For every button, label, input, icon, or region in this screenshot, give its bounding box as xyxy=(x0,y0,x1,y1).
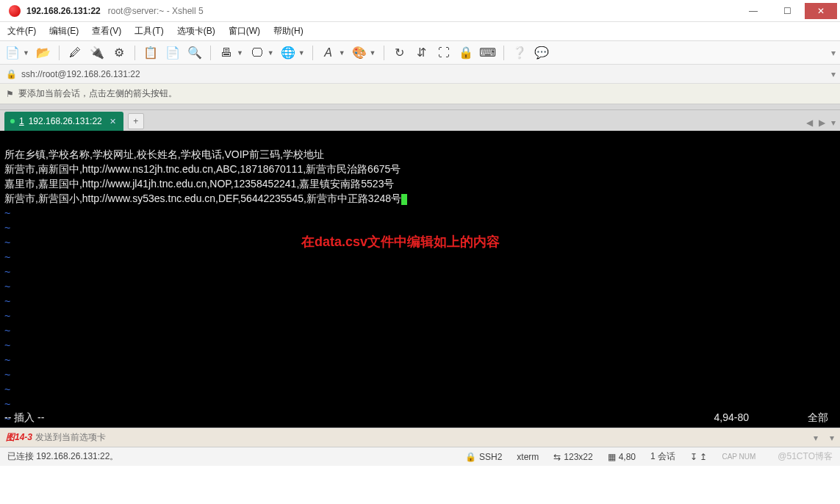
send-overflow-icon[interactable]: ▾ xyxy=(830,433,834,443)
keyboard-icon[interactable]: ⌨ xyxy=(480,45,496,61)
find-icon[interactable]: 🔍 xyxy=(187,45,203,61)
status-connection: 已连接 192.168.26.131:22。 xyxy=(7,450,118,463)
reconnect-icon[interactable]: 🖉 xyxy=(67,45,83,61)
status-protocol: 🔒SSH2 xyxy=(465,452,502,462)
status-sessions: 1 会话 xyxy=(650,450,675,463)
vim-tilde: ~ xyxy=(4,281,10,292)
status-bar: 已连接 192.168.26.131:22。 🔒SSH2 xterm ⇆123x… xyxy=(0,447,840,466)
paste-icon[interactable]: 📄 xyxy=(165,45,181,61)
annotation-text: 在data.csv文件中编辑如上的内容 xyxy=(301,235,500,249)
dropdown-icon[interactable]: ▼ xyxy=(298,49,305,57)
vim-tilde: ~ xyxy=(4,310,10,322)
dropdown-icon[interactable]: ▼ xyxy=(23,49,29,57)
status-term: xterm xyxy=(517,452,539,462)
refresh-icon[interactable]: ↻ xyxy=(392,45,408,61)
screen-icon[interactable]: 🖵 xyxy=(249,45,265,61)
size-icon: ⇆ xyxy=(553,452,561,462)
print-icon[interactable]: 🖶 xyxy=(218,45,234,61)
tab-list-icon[interactable]: ▾ xyxy=(831,118,836,128)
figure-label: 图14-3 xyxy=(6,431,32,444)
dropdown-icon[interactable]: ▼ xyxy=(268,49,274,57)
lock-icon[interactable]: 🔒 xyxy=(458,45,474,61)
vim-tilde: ~ xyxy=(4,369,10,381)
transfer-icon[interactable]: ⇵ xyxy=(414,45,430,61)
vim-tilde: ~ xyxy=(4,339,10,351)
status-size: ⇆123x22 xyxy=(553,452,592,462)
grid-icon: ▦ xyxy=(608,452,616,462)
vim-tilde: ~ xyxy=(4,237,10,248)
menu-file[interactable]: 文件(F) xyxy=(6,24,37,39)
menu-help[interactable]: 帮助(H) xyxy=(272,24,305,39)
status-updown-icon[interactable]: ↧ ↥ xyxy=(690,452,707,462)
url-text[interactable]: ssh://root@192.168.26.131:22 xyxy=(21,69,140,79)
tab-strip: 1 192.168.26.131:22 ✕ + ◀ ▶ ▾ xyxy=(0,110,840,131)
tab-number: 1 xyxy=(19,116,24,126)
dropdown-icon[interactable]: ▼ xyxy=(339,49,345,57)
flag-icon: ⚑ xyxy=(6,89,14,99)
session-tab[interactable]: 1 192.168.26.131:22 ✕ xyxy=(4,112,123,131)
menu-tabs[interactable]: 选项卡(B) xyxy=(176,24,217,39)
chat-icon[interactable]: 💬 xyxy=(534,45,550,61)
globe-icon[interactable]: 🌐 xyxy=(280,45,296,61)
status-caps: CAP NUM xyxy=(722,453,755,461)
maximize-button[interactable]: ☐ xyxy=(771,3,803,19)
vim-extent: 全部 xyxy=(808,411,828,425)
tab-label: 192.168.26.131:22 xyxy=(29,116,102,126)
terminal-line: 新营市,南新国中,http://www.ns12jh.tnc.edu.cn,AB… xyxy=(4,163,401,175)
font-icon[interactable]: A xyxy=(320,45,337,61)
menu-view[interactable]: 查看(V) xyxy=(90,24,123,39)
tab-nav: ◀ ▶ ▾ xyxy=(806,118,836,128)
disconnect-icon[interactable]: 🔌 xyxy=(89,45,105,61)
ssh-lock-icon: 🔒 xyxy=(6,69,17,79)
tab-prev-icon[interactable]: ◀ xyxy=(806,118,813,128)
vim-tilde: ~ xyxy=(4,251,10,263)
menu-tools[interactable]: 工具(T) xyxy=(133,24,165,39)
menu-edit[interactable]: 编辑(E) xyxy=(48,24,80,39)
vim-position: 4,94-80 xyxy=(714,411,749,425)
menu-window[interactable]: 窗口(W) xyxy=(227,24,262,39)
separator xyxy=(210,46,211,60)
hint-bar: ⚑ 要添加当前会话，点击左侧的箭头按钮。 xyxy=(0,84,840,104)
minimize-button[interactable]: — xyxy=(737,3,769,19)
tab-next-icon[interactable]: ▶ xyxy=(819,118,825,128)
fullscreen-icon[interactable]: ⛶ xyxy=(436,45,452,61)
close-button[interactable]: ✕ xyxy=(805,3,837,19)
vim-tilde: ~ xyxy=(4,325,10,336)
ssh-icon: 🔒 xyxy=(465,452,476,462)
send-placeholder[interactable]: 发送到当前选项卡 xyxy=(35,431,106,444)
vim-mode: -- 插入 -- xyxy=(4,411,44,425)
help-icon[interactable]: ❔ xyxy=(511,45,528,61)
separator xyxy=(59,46,60,60)
tab-close-icon[interactable]: ✕ xyxy=(110,117,116,126)
app-icon xyxy=(9,5,21,17)
toolbar-overflow-icon[interactable]: ▾ xyxy=(831,48,836,58)
separator xyxy=(134,46,135,60)
watermark: @51CTO博客 xyxy=(778,450,833,463)
title-bar: 192.168.26.131:22 root@server:~ - Xshell… xyxy=(0,0,840,22)
dropdown-icon[interactable]: ▼ xyxy=(237,49,243,57)
properties-icon[interactable]: ⚙ xyxy=(111,45,127,61)
new-session-icon[interactable]: 📄 xyxy=(4,45,21,61)
send-bar: 图14-3 发送到当前选项卡 ▾ ▾ xyxy=(0,428,840,447)
separator xyxy=(503,46,504,60)
terminal-line: 嘉里市,嘉里国中,http://www.jl41jh.tnc.edu.cn,NO… xyxy=(4,178,394,190)
vim-tilde: ~ xyxy=(4,222,10,234)
dropdown-icon[interactable]: ▼ xyxy=(370,49,376,57)
add-tab-button[interactable]: + xyxy=(128,113,144,129)
hint-text: 要添加当前会话，点击左侧的箭头按钮。 xyxy=(18,87,177,100)
window-controls: — ☐ ✕ xyxy=(736,3,837,19)
send-dropdown-icon[interactable]: ▾ xyxy=(814,433,818,443)
separator xyxy=(384,46,384,60)
terminal[interactable]: 所在乡镇,学校名称,学校网址,校长姓名,学校电话,VOIP前三码,学校地址 新营… xyxy=(0,131,840,428)
color-icon[interactable]: 🎨 xyxy=(351,45,367,61)
terminal-line: 新营市,新营国小,http://www.sy53es.tnc.edu.cn,DE… xyxy=(4,192,401,204)
toolbar: 📄▼ 📂 🖉 🔌 ⚙ 📋 📄 🔍 🖶▼ 🖵▼ 🌐▼ A▼ 🎨▼ ↻ ⇵ ⛶ 🔒 … xyxy=(0,41,840,65)
copy-icon[interactable]: 📋 xyxy=(143,45,159,61)
addrbar-dropdown-icon[interactable]: ▾ xyxy=(831,69,836,79)
status-cursor: ▦4,80 xyxy=(608,452,636,462)
terminal-line: 所在乡镇,学校名称,学校网址,校长姓名,学校电话,VOIP前三码,学校地址 xyxy=(4,148,324,160)
open-icon[interactable]: 📂 xyxy=(35,45,51,61)
vim-tilde: ~ xyxy=(4,384,10,395)
title-address: 192.168.26.131:22 xyxy=(26,6,101,16)
address-bar: 🔒 ssh://root@192.168.26.131:22 ▾ xyxy=(0,65,840,84)
